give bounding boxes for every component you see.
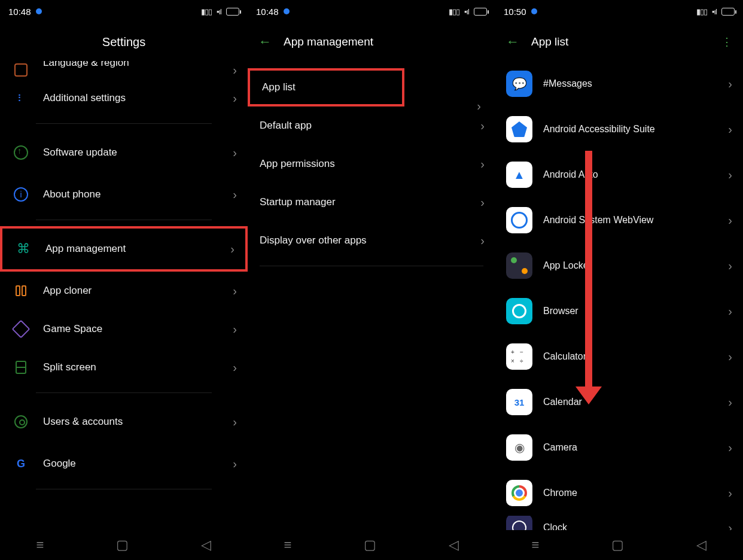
app-item-camera[interactable]: ◉ Camera › [495,425,743,470]
browser-app-icon [506,298,532,324]
settings-item-label: Language & region [43,61,233,69]
settings-item-label: App cloner [43,285,233,297]
divider [36,220,212,220]
back-button[interactable]: ← [506,34,519,50]
chevron-right-icon: › [233,146,237,160]
more-options-button[interactable]: ⋮ [721,39,732,44]
navigation-bar: ≡ ▢ ◁ [495,530,743,560]
app-item-label: Android System WebView [543,215,728,226]
status-time: 10:48 [256,7,279,17]
nav-recents-button[interactable]: ≡ [284,537,292,553]
app-item-calculator[interactable]: +−×÷ Calculator › [495,334,743,379]
app-item-accessibility[interactable]: Android Accessibility Suite › [495,106,743,152]
page-title: App management [284,35,373,48]
menu-item-default-app[interactable]: Default app › [248,106,495,145]
app-item-chrome[interactable]: Chrome › [495,470,743,516]
about-phone-icon: i [11,184,31,205]
calculator-app-icon: +−×÷ [506,343,532,370]
menu-item-app-list[interactable]: App list [248,68,404,106]
chevron-right-icon: › [728,486,732,500]
additional-settings-icon: ⠇ [11,88,31,108]
app-management-icon: ⌘ [13,239,34,259]
notification-dot-icon [36,8,42,14]
app-item-label: App Locker [543,260,728,271]
settings-item-label: App management [45,243,230,255]
app-item-android-auto[interactable]: ▲ Android Auto › [495,152,743,197]
notification-dot-icon [284,8,290,14]
divider [36,392,212,393]
app-list[interactable]: 💬 #Messages › Android Accessibility Suit… [495,61,743,530]
signal-icon: ▪ıl [217,7,221,16]
settings-item-language-region[interactable]: Language & region › [0,61,248,79]
signal-icon: ▪ıl [712,7,717,16]
settings-item-google[interactable]: G Google › [0,445,248,483]
settings-item-split-screen[interactable]: Split screen › [0,348,248,386]
android-auto-app-icon: ▲ [506,162,532,188]
page-header: Settings [0,23,248,61]
app-item-label: #Messages [543,78,728,89]
chevron-right-icon: › [480,234,485,248]
screen-app-list: 10:50 ▮▯▯ ▪ıl ← App list ⋮ 💬 #Messages ›… [495,0,743,560]
status-bar: 10:48 ▮▯▯ ▪ıl [0,0,248,23]
menu-item-label: App list [262,81,391,93]
nav-back-button[interactable]: ◁ [449,537,459,553]
nav-recents-button[interactable]: ≡ [532,537,540,553]
chevron-right-icon: › [728,168,732,182]
app-cloner-icon [11,281,31,301]
screen-app-management: 10:48 ▮▯▯ ▪ıl ← App management App list … [248,0,495,560]
app-item-label: Android Accessibility Suite [543,124,728,135]
menu-item-startup-manager[interactable]: Startup manager › [248,183,495,221]
app-item-messages[interactable]: 💬 #Messages › [495,61,743,106]
menu-item-label: Default app [260,120,480,132]
app-item-calendar[interactable]: Calendar › [495,379,743,425]
back-button[interactable]: ← [258,34,272,50]
nav-back-button[interactable]: ◁ [201,537,211,553]
google-icon: G [11,454,31,474]
app-item-label: Calendar [543,397,728,407]
users-accounts-icon [11,412,31,432]
app-item-clock[interactable]: Clock › [495,516,743,530]
screen-settings: 10:48 ▮▯▯ ▪ıl Settings Language & region… [0,0,248,560]
app-item-webview[interactable]: Android System WebView › [495,197,743,243]
settings-item-label: Split screen [43,361,233,373]
app-item-browser[interactable]: Browser › [495,288,743,334]
settings-item-users-accounts[interactable]: Users & accounts › [0,399,248,445]
settings-item-app-management[interactable]: ⌘ App management › [0,226,248,272]
battery-icon [721,8,735,16]
status-time: 10:50 [504,7,526,17]
chevron-right-icon: › [728,441,732,455]
nav-home-button[interactable]: ▢ [611,537,624,553]
status-bar: 10:48 ▮▯▯ ▪ıl [248,0,495,23]
divider [260,266,483,266]
nav-home-button[interactable]: ▢ [116,537,129,553]
webview-app-icon [506,207,532,233]
settings-item-about-phone[interactable]: i About phone › [0,175,248,214]
split-screen-icon [11,357,31,378]
chevron-right-icon: › [230,242,235,256]
status-time: 10:48 [8,7,31,17]
chevron-right-icon: › [728,305,732,318]
app-item-label: Calculator [543,351,728,362]
messages-app-icon: 💬 [506,71,532,97]
settings-item-additional-settings[interactable]: ⠇ Additional settings › [0,79,248,117]
battery-icon [226,8,239,16]
settings-item-game-space[interactable]: Game Space › [0,310,248,348]
software-update-icon [11,142,31,163]
menu-item-app-permissions[interactable]: App permissions › [248,145,495,183]
nav-home-button[interactable]: ▢ [364,537,376,553]
settings-item-app-cloner[interactable]: App cloner › [0,272,248,310]
menu-item-display-over-apps[interactable]: Display over other apps › [248,221,495,260]
app-item-label: Android Auto [543,169,728,180]
chevron-right-icon: › [233,361,237,375]
chevron-right-icon: › [728,259,732,273]
chevron-right-icon: › [728,77,732,91]
app-item-app-locker[interactable]: App Locker › [495,243,743,288]
chevron-right-icon: › [233,457,237,471]
chevron-right-icon: › [233,415,237,429]
chevron-right-icon: › [480,196,485,209]
settings-item-software-update[interactable]: Software update › [0,130,248,175]
chevron-right-icon: › [728,395,732,409]
nav-back-button[interactable]: ◁ [696,537,707,553]
navigation-bar: ≡ ▢ ◁ [0,530,248,560]
nav-recents-button[interactable]: ≡ [36,537,44,553]
